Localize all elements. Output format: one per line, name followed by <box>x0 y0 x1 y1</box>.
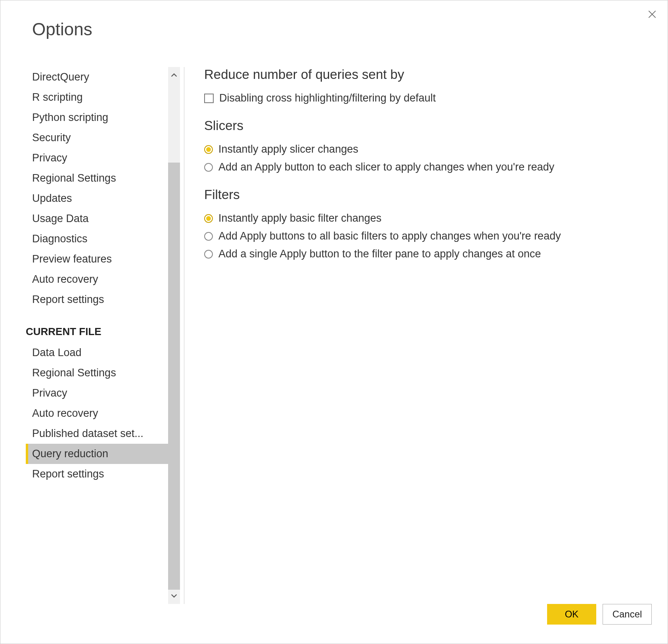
slicers-heading: Slicers <box>204 118 652 133</box>
disable-cross-highlight-checkbox[interactable]: Disabling cross highlighting/filtering b… <box>204 89 652 107</box>
filters-heading: Filters <box>204 187 652 202</box>
sidebar-item-preview-features[interactable]: Preview features <box>26 249 168 269</box>
close-button[interactable] <box>645 8 659 21</box>
filter-option-apply-single[interactable]: Add a single Apply button to the filter … <box>204 245 652 263</box>
sidebar-item-security[interactable]: Security <box>26 128 168 148</box>
ok-button[interactable]: OK <box>547 604 596 625</box>
filter-option-instant[interactable]: Instantly apply basic filter changes <box>204 209 652 227</box>
sidebar-item-python-scripting[interactable]: Python scripting <box>26 107 168 128</box>
dialog-footer: OK Cancel <box>0 604 668 644</box>
content-pane: Reduce number of queries sent by Disabli… <box>184 67 668 604</box>
radio-icon <box>204 145 213 154</box>
sidebar-item-cf-regional-settings[interactable]: Regional Settings <box>26 363 168 383</box>
sidebar-item-usage-data[interactable]: Usage Data <box>26 209 168 229</box>
checkbox-label: Disabling cross highlighting/filtering b… <box>219 92 436 104</box>
sidebar-scrollbar[interactable] <box>168 67 180 604</box>
scroll-thumb[interactable] <box>168 163 180 590</box>
sidebar-item-auto-recovery[interactable]: Auto recovery <box>26 269 168 289</box>
sidebar-item-cf-privacy[interactable]: Privacy <box>26 383 168 403</box>
chevron-up-icon <box>170 71 178 80</box>
chevron-down-icon <box>170 591 178 600</box>
checkbox-icon <box>204 94 214 103</box>
scroll-down-button[interactable] <box>168 590 180 602</box>
sidebar-item-query-reduction[interactable]: Query reduction <box>26 444 168 464</box>
sidebar-item-regional-settings[interactable]: Regional Settings <box>26 168 168 188</box>
sidebar-item-published-dataset[interactable]: Published dataset set... <box>26 424 168 444</box>
sidebar-item-directquery[interactable]: DirectQuery <box>26 67 168 87</box>
radio-label: Add an Apply button to each slicer to ap… <box>218 161 554 173</box>
sidebar-item-updates[interactable]: Updates <box>26 188 168 209</box>
radio-label: Instantly apply basic filter changes <box>218 212 381 224</box>
sidebar-item-data-load[interactable]: Data Load <box>26 343 168 363</box>
sidebar-item-cf-auto-recovery[interactable]: Auto recovery <box>26 403 168 424</box>
slicer-option-apply-button[interactable]: Add an Apply button to each slicer to ap… <box>204 158 652 176</box>
radio-icon <box>204 250 213 259</box>
dialog-body: DirectQuery R scripting Python scripting… <box>0 67 668 604</box>
options-dialog: Options DirectQuery R scripting Python s… <box>0 0 668 644</box>
sidebar-item-cf-report-settings[interactable]: Report settings <box>26 464 168 484</box>
sidebar-item-r-scripting[interactable]: R scripting <box>26 87 168 107</box>
sidebar: DirectQuery R scripting Python scripting… <box>26 67 184 604</box>
cancel-button[interactable]: Cancel <box>603 604 652 625</box>
reduce-queries-heading: Reduce number of queries sent by <box>204 67 652 82</box>
radio-label: Instantly apply slicer changes <box>218 143 358 155</box>
filter-option-apply-each[interactable]: Add Apply buttons to all basic filters t… <box>204 227 652 245</box>
sidebar-item-privacy[interactable]: Privacy <box>26 148 168 168</box>
scroll-up-button[interactable] <box>168 69 180 81</box>
sidebar-item-diagnostics[interactable]: Diagnostics <box>26 229 168 249</box>
sidebar-list: DirectQuery R scripting Python scripting… <box>26 67 168 604</box>
sidebar-item-report-settings[interactable]: Report settings <box>26 289 168 310</box>
radio-icon <box>204 163 213 172</box>
sidebar-section-current-file: CURRENT FILE <box>26 310 168 343</box>
close-icon <box>647 9 657 19</box>
radio-icon <box>204 232 213 241</box>
dialog-title: Options <box>0 0 668 39</box>
radio-icon <box>204 214 213 223</box>
slicer-option-instant[interactable]: Instantly apply slicer changes <box>204 140 652 158</box>
scroll-track[interactable] <box>168 81 180 590</box>
radio-label: Add a single Apply button to the filter … <box>218 248 541 260</box>
radio-label: Add Apply buttons to all basic filters t… <box>218 230 561 242</box>
